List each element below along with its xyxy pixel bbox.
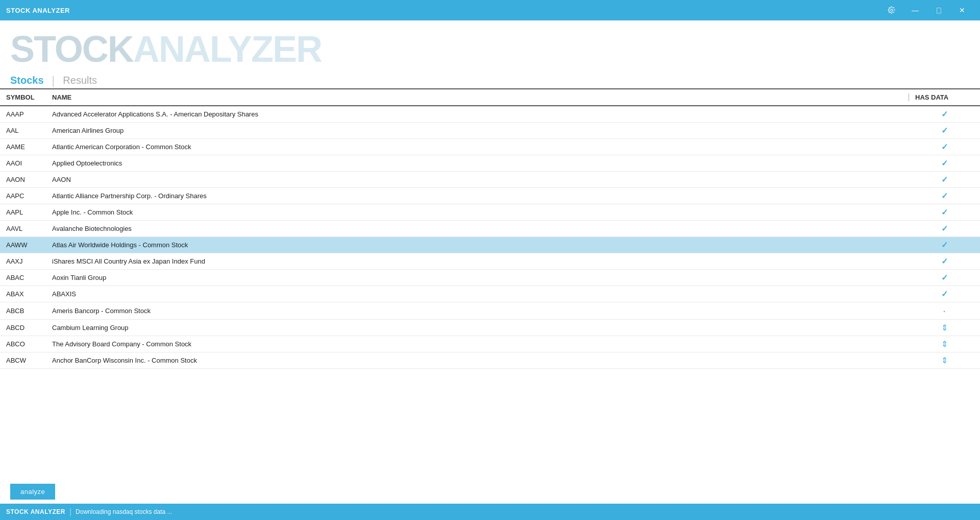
cell-symbol: AAAP xyxy=(0,107,46,121)
table-row[interactable]: AAPC Atlantic Alliance Partnership Corp.… xyxy=(0,188,980,204)
col-header-symbol[interactable]: SYMBOL xyxy=(0,93,46,101)
cell-name: Atlas Air Worldwide Holdings - Common St… xyxy=(46,238,909,252)
check-icon: ✓ xyxy=(941,208,948,217)
check-icon: ✓ xyxy=(941,290,948,298)
cell-hasdata: ✓ xyxy=(909,270,980,286)
cell-name: ABAXIS xyxy=(46,287,909,301)
cell-name: Aoxin Tianli Group xyxy=(46,271,909,285)
cell-name: American Airlines Group xyxy=(46,124,909,137)
analyze-button[interactable]: analyze xyxy=(10,484,55,500)
cell-hasdata: ✓ xyxy=(909,172,980,187)
cell-name: iShares MSCI All Country Asia ex Japan I… xyxy=(46,254,909,268)
cell-name: Avalanche Biotechnologies xyxy=(46,222,909,235)
dot-icon: · xyxy=(943,305,946,316)
table-row[interactable]: AAPL Apple Inc. - Common Stock ✓ xyxy=(0,204,980,221)
check-icon: ✓ xyxy=(941,159,948,168)
table-row[interactable]: ABCO The Advisory Board Company - Common… xyxy=(0,336,980,352)
arrows-icon: ⇕ xyxy=(941,340,948,348)
cell-symbol: ABCW xyxy=(0,353,46,367)
col-header-hasdata[interactable]: HAS DATA xyxy=(909,93,980,101)
cell-name: Applied Optoelectronics xyxy=(46,156,909,170)
cell-hasdata: ✓ xyxy=(909,204,980,220)
status-app-name: STOCK ANALYZER xyxy=(6,508,65,515)
cell-hasdata: ✓ xyxy=(909,237,980,253)
cell-name: The Advisory Board Company - Common Stoc… xyxy=(46,337,909,351)
table-row[interactable]: AAME Atlantic American Corporation - Com… xyxy=(0,139,980,155)
cell-hasdata: ✓ xyxy=(909,253,980,269)
cell-name: Apple Inc. - Common Stock xyxy=(46,205,909,219)
table-row[interactable]: ABCW Anchor BanCorp Wisconsin Inc. - Com… xyxy=(0,352,980,369)
app-header: STOCKANALYZER xyxy=(0,20,980,73)
cell-name: Advanced Accelerator Applications S.A. -… xyxy=(46,107,909,121)
cell-symbol: AAOI xyxy=(0,156,46,170)
status-message: Downloading nasdaq stocks data ... xyxy=(76,508,172,515)
cell-symbol: ABCB xyxy=(0,304,46,318)
title-bar-left: STOCK ANALYZER xyxy=(6,7,70,14)
title-bar-title: STOCK ANALYZER xyxy=(6,7,70,14)
table-row[interactable]: ABCB Ameris Bancorp - Common Stock · xyxy=(0,302,980,320)
cell-symbol: AAON xyxy=(0,173,46,186)
table-row[interactable]: AAOI Applied Optoelectronics ✓ xyxy=(0,155,980,172)
table-scroll[interactable]: AAAP Advanced Accelerator Applications S… xyxy=(0,106,980,480)
table-rows: AAAP Advanced Accelerator Applications S… xyxy=(0,106,980,369)
title-bar-controls: — ⎕ ✕ xyxy=(880,0,974,20)
cell-name: Cambium Learning Group xyxy=(46,321,909,335)
title-bar: STOCK ANALYZER — ⎕ ✕ xyxy=(0,0,980,20)
cell-symbol: AAPL xyxy=(0,205,46,219)
restore-button[interactable]: ⎕ xyxy=(927,0,950,20)
table-row[interactable]: AAWW Atlas Air Worldwide Holdings - Comm… xyxy=(0,237,980,253)
cell-symbol: AAPC xyxy=(0,189,46,203)
table-row[interactable]: AAVL Avalanche Biotechnologies ✓ xyxy=(0,221,980,237)
tab-results[interactable]: Results xyxy=(63,73,97,88)
cell-symbol: ABAC xyxy=(0,271,46,285)
cell-hasdata: ✓ xyxy=(909,286,980,302)
close-button[interactable]: ✕ xyxy=(950,0,974,20)
cell-hasdata: ✓ xyxy=(909,123,980,138)
nav-tabs: Stocks | Results xyxy=(0,73,980,88)
table-row[interactable]: AAL American Airlines Group ✓ xyxy=(0,123,980,139)
cell-name: Anchor BanCorp Wisconsin Inc. - Common S… xyxy=(46,353,909,367)
table-container: SYMBOL NAME HAS DATA AAAP Advanced Accel… xyxy=(0,88,980,480)
table-row[interactable]: ABAX ABAXIS ✓ xyxy=(0,286,980,302)
table-row[interactable]: AAAP Advanced Accelerator Applications S… xyxy=(0,106,980,123)
table-row[interactable]: ABAC Aoxin Tianli Group ✓ xyxy=(0,270,980,286)
cell-symbol: AAVL xyxy=(0,222,46,235)
cell-name: Atlantic American Corporation - Common S… xyxy=(46,140,909,154)
cell-symbol: AAL xyxy=(0,124,46,137)
arrows-icon: ⇕ xyxy=(941,323,948,332)
cell-hasdata: ✓ xyxy=(909,221,980,237)
cell-hasdata: ⇕ xyxy=(909,336,980,352)
cell-symbol: AAXJ xyxy=(0,254,46,268)
app-logo: STOCKANALYZER xyxy=(10,31,965,67)
status-bar: STOCK ANALYZER | Downloading nasdaq stoc… xyxy=(0,504,980,520)
check-icon: ✓ xyxy=(941,241,948,249)
status-bar-separator: | xyxy=(69,507,71,516)
check-icon: ✓ xyxy=(941,273,948,282)
table-row[interactable]: AAON AAON ✓ xyxy=(0,172,980,188)
arrows-icon: ⇕ xyxy=(941,356,948,365)
cell-symbol: ABAX xyxy=(0,287,46,301)
tab-stocks[interactable]: Stocks xyxy=(10,73,44,88)
cell-hasdata: ✓ xyxy=(909,139,980,155)
table-row[interactable]: ABCD Cambium Learning Group ⇕ xyxy=(0,320,980,336)
cell-hasdata: ✓ xyxy=(909,155,980,171)
check-icon: ✓ xyxy=(941,175,948,184)
check-icon: ✓ xyxy=(941,110,948,119)
check-icon: ✓ xyxy=(941,257,948,266)
col-header-name[interactable]: NAME xyxy=(46,93,909,101)
settings-button[interactable] xyxy=(880,0,903,20)
cell-hasdata: · xyxy=(909,302,980,319)
logo-analyzer: ANALYZER xyxy=(133,29,322,69)
table-row[interactable]: AAXJ iShares MSCI All Country Asia ex Ja… xyxy=(0,253,980,270)
minimize-button[interactable]: — xyxy=(903,0,927,20)
table-header: SYMBOL NAME HAS DATA xyxy=(0,89,980,106)
cell-hasdata: ⇕ xyxy=(909,320,980,336)
cell-symbol: AAME xyxy=(0,140,46,154)
check-icon: ✓ xyxy=(941,126,948,135)
cell-hasdata: ⇕ xyxy=(909,352,980,368)
table-wrapper: SYMBOL NAME HAS DATA AAAP Advanced Accel… xyxy=(0,88,980,480)
cell-name: AAON xyxy=(46,173,909,186)
cell-symbol: ABCD xyxy=(0,321,46,335)
cell-symbol: AAWW xyxy=(0,238,46,252)
cell-name: Atlantic Alliance Partnership Corp. - Or… xyxy=(46,189,909,203)
